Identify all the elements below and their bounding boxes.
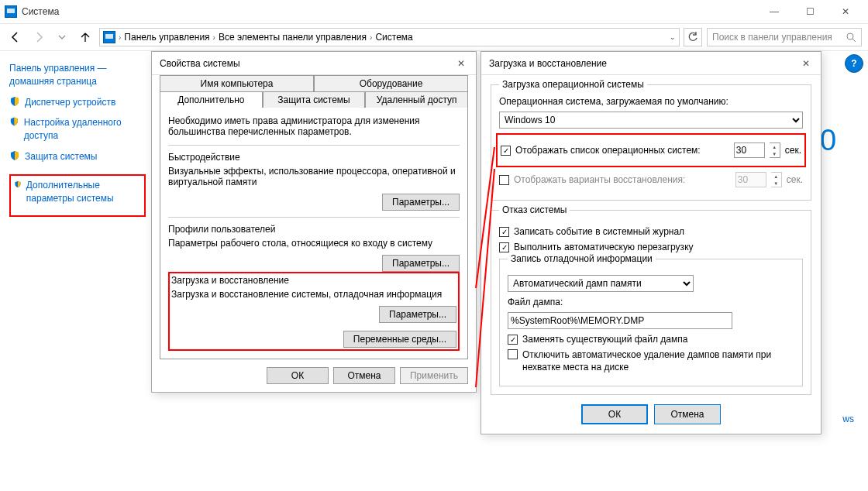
titlebar: Система — ☐ ✕ xyxy=(0,0,868,23)
search-placeholder: Поиск в панели управления xyxy=(712,32,832,43)
show-os-list-seconds[interactable] xyxy=(734,142,765,158)
write-event-label: Записать событие в системный журнал xyxy=(514,226,684,237)
perf-settings-button[interactable]: Параметры... xyxy=(382,194,460,211)
profiles-desc: Параметры рабочего стола, относящиеся ко… xyxy=(168,238,460,249)
startup-desc: Загрузка и восстановление системы, отлад… xyxy=(171,289,456,300)
cancel-button[interactable]: Отмена xyxy=(333,367,395,384)
perf-label: Быстродействие xyxy=(168,152,460,163)
tab-protection[interactable]: Защита системы xyxy=(263,91,366,108)
chevron-right-icon[interactable]: › xyxy=(370,33,372,42)
cancel-button[interactable]: Отмена xyxy=(654,404,721,424)
profiles-label: Профили пользователей xyxy=(168,224,460,235)
write-event-checkbox[interactable] xyxy=(499,227,509,237)
highlight-show-list-row: Отображать список операционных систем: ▲… xyxy=(496,133,806,167)
maximize-button[interactable]: ☐ xyxy=(792,0,828,23)
system-icon xyxy=(5,5,17,18)
crumb-control-panel[interactable]: Панель управления xyxy=(124,32,209,43)
close-button[interactable]: ✕ xyxy=(828,0,863,23)
tab-hardware[interactable]: Оборудование xyxy=(314,75,468,91)
leftpane: Панель управления — домашняя страница Ди… xyxy=(0,54,155,225)
dump-file-input[interactable] xyxy=(508,312,732,329)
breadcrumb[interactable]: › Панель управления › Все элементы панел… xyxy=(99,28,680,46)
close-icon[interactable]: ✕ xyxy=(457,58,468,69)
env-vars-button[interactable]: Переменные среды... xyxy=(343,331,456,348)
crumb-system[interactable]: Система xyxy=(375,32,412,43)
recent-button[interactable] xyxy=(53,28,71,46)
default-os-select[interactable]: Windows 10 xyxy=(499,112,803,129)
auto-restart-checkbox[interactable] xyxy=(499,242,509,252)
chevron-right-icon[interactable]: › xyxy=(213,33,215,42)
dialog-title: Свойства системы xyxy=(160,58,240,69)
disable-auto-delete-label: Отключить автоматическое удаление дампов… xyxy=(522,349,794,373)
control-panel-icon xyxy=(103,31,115,43)
dialog-titlebar: Свойства системы ✕ xyxy=(152,52,476,75)
highlight-startup-group: Загрузка и восстановление Загрузка и вос… xyxy=(168,272,460,351)
tab-advanced[interactable]: Дополнительно xyxy=(160,91,263,108)
spinner: ▲▼ xyxy=(771,172,782,187)
failure-fieldset: Отказ системы Записать событие в системн… xyxy=(491,210,811,395)
close-icon[interactable]: ✕ xyxy=(802,58,813,69)
up-button[interactable] xyxy=(76,28,95,46)
show-os-list-label: Отображать список операционных систем: xyxy=(515,145,729,156)
disable-auto-delete-checkbox[interactable] xyxy=(508,349,518,359)
shield-icon xyxy=(9,96,20,107)
sidebar-item-protection[interactable]: Защита системы xyxy=(9,150,146,171)
chevron-down-icon[interactable]: ⌄ xyxy=(670,33,676,41)
crumb-all-items[interactable]: Все элементы панели управления xyxy=(219,32,367,43)
default-os-label: Операционная система, загружаемая по умо… xyxy=(499,96,803,107)
back-button[interactable] xyxy=(6,28,25,46)
system-properties-dialog: Свойства системы ✕ Имя компьютера Оборуд… xyxy=(151,51,477,393)
sidebar-item-advanced[interactable]: Дополнительные параметры системы xyxy=(14,179,141,213)
peek-digit: 0 xyxy=(820,124,854,170)
minimize-button[interactable]: — xyxy=(756,0,792,23)
boot-fieldset: Загрузка операционной системы Операционн… xyxy=(491,84,811,201)
shield-icon xyxy=(14,179,22,190)
overwrite-dump-checkbox[interactable] xyxy=(508,335,518,345)
sidebar-item-remote[interactable]: Настройка удаленного доступа xyxy=(9,116,146,150)
admin-note: Необходимо иметь права администратора дл… xyxy=(168,115,460,137)
tab-remote[interactable]: Удаленный доступ xyxy=(365,91,468,108)
startup-settings-button[interactable]: Параметры... xyxy=(379,306,456,323)
refresh-button[interactable] xyxy=(684,28,702,46)
debug-fieldset: Запись отладочной информации Автоматичес… xyxy=(499,259,803,386)
failure-legend: Отказ системы xyxy=(499,204,570,215)
seconds-label: сек. xyxy=(787,174,803,185)
spinner[interactable]: ▲▼ xyxy=(770,142,780,158)
sidebar-item-device-manager[interactable]: Диспетчер устройств xyxy=(9,96,146,117)
dump-type-select[interactable]: Автоматический дамп памяти xyxy=(508,275,694,292)
control-panel-home-link[interactable]: Панель управления — домашняя страница xyxy=(9,62,146,88)
forward-button[interactable] xyxy=(29,28,48,46)
peek-link[interactable]: ws xyxy=(842,414,854,424)
tab-computer-name[interactable]: Имя компьютера xyxy=(160,75,314,91)
debug-legend: Запись отладочной информации xyxy=(508,253,656,264)
auto-restart-label: Выполнить автоматическую перезагрузку xyxy=(514,242,694,252)
dialog-title: Загрузка и восстановление xyxy=(489,58,607,69)
navbar: › Панель управления › Все элементы панел… xyxy=(0,23,868,51)
show-os-list-checkbox[interactable] xyxy=(501,146,511,156)
svg-point-0 xyxy=(847,33,853,39)
highlight-advanced-settings: Дополнительные параметры системы xyxy=(9,174,146,218)
boot-legend: Загрузка операционной системы xyxy=(499,79,647,90)
ok-button[interactable]: ОК xyxy=(267,367,329,384)
show-recovery-seconds xyxy=(735,172,766,187)
dump-file-label: Файл дампа: xyxy=(508,297,794,307)
search-input[interactable]: Поиск в панели управления xyxy=(707,28,862,46)
startup-recovery-dialog: Загрузка и восстановление ✕ Загрузка опе… xyxy=(480,51,822,434)
seconds-label: сек. xyxy=(785,145,801,156)
dialog-titlebar: Загрузка и восстановление ✕ xyxy=(481,52,821,75)
tabs: Имя компьютера Оборудование Дополнительн… xyxy=(160,75,468,108)
search-icon xyxy=(846,33,856,43)
tab-content: Необходимо иметь права администратора дл… xyxy=(160,107,468,359)
show-recovery-checkbox[interactable] xyxy=(499,175,509,185)
apply-button[interactable]: Применить xyxy=(400,367,468,384)
svg-line-1 xyxy=(852,39,856,42)
show-recovery-label: Отображать варианты восстановления: xyxy=(514,174,731,185)
help-button[interactable]: ? xyxy=(845,54,863,73)
window-title: Система xyxy=(22,6,59,17)
overwrite-dump-label: Заменять существующий файл дампа xyxy=(522,334,687,345)
ok-button[interactable]: ОК xyxy=(581,404,648,424)
startup-label: Загрузка и восстановление xyxy=(171,275,456,286)
profiles-settings-button[interactable]: Параметры... xyxy=(382,255,460,272)
window-controls: — ☐ ✕ xyxy=(756,0,863,23)
chevron-right-icon[interactable]: › xyxy=(119,33,121,42)
